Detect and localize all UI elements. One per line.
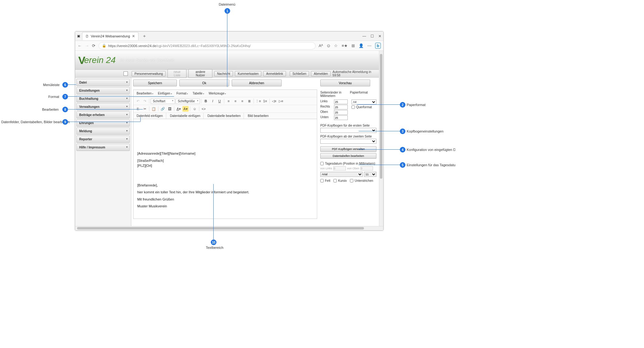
forward-icon: → — [85, 43, 89, 48]
sidebar-ehrungen[interactable]: Ehrungen — [76, 119, 130, 127]
callout-line — [359, 165, 400, 165]
url-field[interactable]: 🔒 https://verein23006.verein24.de/cgi-bi… — [99, 42, 316, 50]
font-size-select[interactable]: Schriftgröße — [176, 99, 200, 104]
reader-icon[interactable]: Aᴬ — [319, 43, 323, 48]
tb-tabelle[interactable]: Tabelle — [191, 91, 206, 96]
sidebar-hilfe[interactable]: Hilfe / Impressum — [76, 144, 130, 151]
action-row: Speichern Ok Abbrechen — [133, 80, 317, 86]
unten-input[interactable] — [334, 115, 348, 120]
underline-icon[interactable]: U — [216, 98, 223, 104]
align-center-icon[interactable]: ≡ — [232, 98, 239, 104]
callout-num-3: 3 — [400, 128, 405, 134]
tb-einfuegen[interactable]: Einfügen — [156, 91, 174, 96]
bold-icon[interactable]: B — [203, 98, 209, 104]
copy-icon[interactable]: ⎘ — [135, 106, 141, 112]
star-icon[interactable]: ☆ — [334, 43, 338, 48]
datentabellen-button[interactable]: Datentabellen bearbeiten — [320, 153, 376, 159]
querformat-check[interactable] — [351, 105, 355, 109]
search-addr-icon[interactable]: ⊙ — [327, 43, 330, 48]
outdent-icon[interactable]: ◁≡ — [271, 98, 277, 104]
number-list-icon[interactable]: 1≡ — [262, 98, 268, 104]
bullet-list-icon[interactable]: ⋮≡ — [255, 98, 261, 104]
back-icon[interactable]: ← — [78, 43, 82, 48]
new-tab-button[interactable]: ＋ — [140, 33, 148, 39]
ok-button[interactable]: Ok — [179, 80, 229, 86]
schliessen-button[interactable]: Schließen — [290, 71, 309, 76]
cut-icon[interactable]: ✂ — [142, 106, 148, 112]
unter-label: Unterstrichen — [355, 179, 373, 182]
personenverwaltung-button[interactable]: Personenverwaltung — [132, 71, 166, 76]
editor-line: Muster Musikverein — [137, 204, 313, 209]
italic-icon[interactable]: I — [210, 98, 216, 104]
align-right-icon[interactable]: ≡ — [239, 98, 245, 104]
text-editor[interactable]: [Adressanrede][Titel][Name][Vorname] [St… — [133, 119, 317, 219]
links-input[interactable] — [334, 99, 348, 104]
close-window-icon[interactable]: ✕ — [378, 34, 381, 38]
callout-line — [227, 14, 227, 87]
date-size-select[interactable]: 11 — [364, 172, 376, 177]
bild-bearb-button[interactable]: Bild bearbeiten — [245, 113, 272, 119]
sidebar-reporter[interactable]: Reporter — [76, 136, 130, 143]
datentabelle-einf-button[interactable]: Datentabelle einfügen — [167, 113, 204, 119]
tb-bearbeiten[interactable]: Bearbeiten — [135, 91, 155, 96]
align-justify-icon[interactable]: ≣ — [246, 98, 252, 104]
align-left-icon[interactable]: ≡ — [225, 98, 232, 104]
abmelden-button[interactable]: Abmelden — [311, 71, 331, 76]
pdf1-select[interactable] — [320, 128, 376, 133]
maximize-icon[interactable]: ☐ — [370, 34, 374, 38]
emoji-icon[interactable]: ☺ — [191, 106, 198, 112]
oben-input[interactable] — [334, 110, 348, 115]
tabs-icon[interactable]: ▣ — [77, 34, 80, 38]
speichern-button[interactable]: Speichern — [133, 80, 177, 86]
papierformat-select[interactable]: A4 — [351, 99, 376, 104]
tagesdatum-check[interactable] — [320, 162, 324, 165]
more-icon[interactable]: ⋯ — [367, 43, 371, 48]
abbrechen-button[interactable]: Abbrechen — [232, 80, 282, 86]
date-font-select[interactable]: Arial — [320, 172, 363, 177]
tb-werkzeuge[interactable]: Werkzeuge — [207, 91, 228, 96]
rechts-input[interactable] — [334, 105, 348, 109]
anmeldelink-button[interactable]: Anmeldelink — [263, 71, 286, 76]
sidebar-meldung[interactable]: Meldung — [76, 128, 130, 135]
editor-toolbar: Bearbeiten Einfügen Format Tabelle Werkz… — [133, 89, 317, 119]
callout-label-3: Kopfbogeneinstellungen — [407, 129, 443, 133]
von-oben-input — [361, 166, 373, 171]
profile-icon[interactable]: 👤 — [359, 43, 364, 48]
refresh-icon[interactable]: ⟳ — [92, 43, 95, 48]
link-icon[interactable]: 🔗 — [160, 106, 166, 112]
font-family-select[interactable]: Schriftart — [151, 99, 175, 104]
sidebar-datei[interactable]: Datei — [76, 79, 130, 86]
bing-icon[interactable]: b — [375, 43, 381, 49]
kopfboegen-button[interactable]: PDF-Kopfbögen verwalten — [320, 146, 376, 152]
image-icon[interactable]: 🖼 — [167, 106, 173, 112]
vorschau-button[interactable]: Vorschau — [320, 80, 370, 86]
datenfeld-button[interactable]: Datenfeld einfügen — [133, 113, 166, 119]
stop-icon[interactable] — [123, 71, 128, 76]
nachricht-button[interactable]: Nachricht — [214, 71, 233, 76]
andere-nutzer-button[interactable]: andere Nutzer — [188, 69, 212, 78]
minimize-icon[interactable]: — — [362, 34, 366, 38]
paste-icon[interactable]: 📋 — [151, 106, 157, 112]
oben-label: Oben — [320, 110, 333, 115]
sidebar-beitraege[interactable]: Beiträge erheben — [76, 111, 130, 118]
horizontal-scrollbar[interactable] — [75, 226, 383, 230]
tb-format[interactable]: Format — [175, 91, 190, 96]
links-label: Links — [320, 99, 333, 104]
unter-check[interactable] — [350, 179, 353, 182]
collections-icon[interactable]: ⊞ — [351, 43, 355, 48]
fett-check[interactable] — [320, 179, 324, 182]
highlight-icon[interactable]: A▾ — [182, 106, 189, 112]
text-color-icon[interactable]: A▾ — [176, 106, 182, 112]
kursiv-check[interactable] — [333, 179, 337, 182]
pdf2-select[interactable] — [320, 139, 376, 144]
datentabelle-bearb-button[interactable]: Datentabelle bearbeiten — [204, 113, 244, 119]
browser-tab[interactable]: 🗋 Verein24 Webanwendung ✕ — [82, 32, 138, 40]
vertical-scrollbar[interactable] — [379, 51, 383, 226]
kummerkasten-button[interactable]: Kummerkasten — [235, 71, 261, 76]
titlebar: ▣ 🗋 Verein24 Webanwendung ✕ ＋ — ☐ ✕ — [75, 31, 383, 41]
sidebar-einstellungen[interactable]: Einstellungen — [76, 87, 130, 94]
close-tab-icon[interactable]: ✕ — [132, 34, 135, 38]
favorites-icon[interactable]: ≡★ — [341, 43, 348, 48]
indent-icon[interactable]: ▷≡ — [278, 98, 284, 104]
code-icon[interactable]: <> — [201, 106, 207, 112]
